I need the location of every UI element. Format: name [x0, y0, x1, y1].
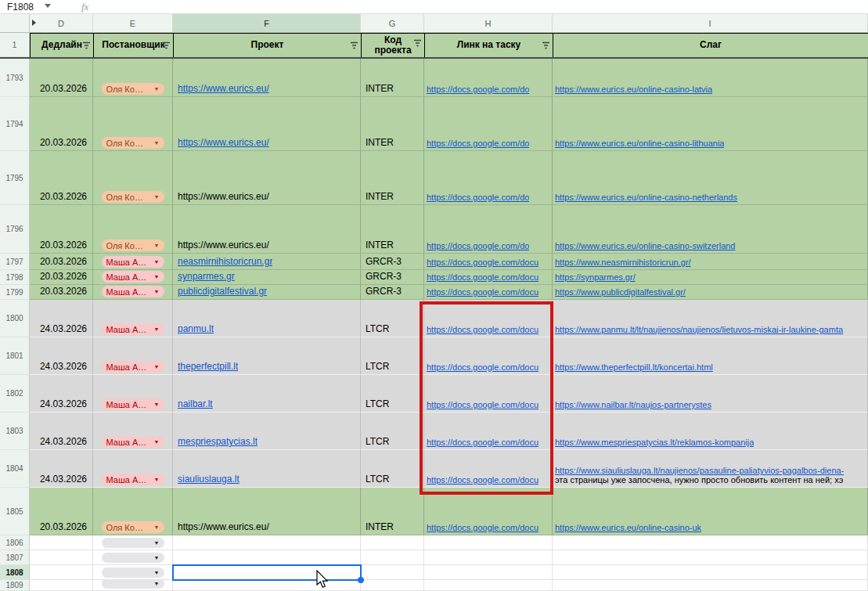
cell-deadline[interactable]: 20.03.2026: [30, 270, 93, 285]
cell-code[interactable]: GRCR-3: [361, 285, 424, 300]
cell-task-text[interactable]: https://docs.google.com/docu: [427, 325, 538, 334]
cell-assignee[interactable]: ▼: [93, 565, 173, 580]
cell-assignee[interactable]: ▼: [93, 580, 173, 591]
cell-assignee[interactable]: Оля Ко… ▼: [93, 97, 173, 151]
cell-project[interactable]: https://www.eurics.eu/: [173, 151, 361, 205]
cell-code[interactable]: LTCR: [361, 300, 424, 337]
cell-task[interactable]: https://docs.google.com/docu: [424, 413, 553, 450]
column-header-f[interactable]: F: [173, 14, 361, 32]
cell-project-text[interactable]: publicdigitalfestival.gr: [178, 286, 267, 297]
fx-icon[interactable]: fx: [81, 1, 88, 13]
cell-task-text[interactable]: https://docs.google.com/do: [427, 85, 529, 94]
cell-slug[interactable]: https://www.panmu.lt/lt/naujienos/naujie…: [553, 300, 868, 337]
cell-project[interactable]: publicdigitalfestival.gr: [173, 285, 361, 300]
corner-cell[interactable]: [0, 14, 30, 32]
cell-project[interactable]: [173, 535, 361, 550]
cell-code[interactable]: [361, 550, 424, 565]
header-cell-deadline[interactable]: Дедлайн: [31, 34, 94, 57]
cell-deadline[interactable]: 24.03.2026: [30, 450, 93, 488]
cell-project-text[interactable]: siauliuslauga.lt: [178, 474, 240, 485]
cell-project[interactable]: nailbar.lt: [173, 375, 361, 413]
assignee-chip[interactable]: ▼: [102, 553, 164, 563]
cell-project-text[interactable]: https://www.eurics.eu/: [178, 191, 269, 202]
cell-slug[interactable]: https://www.eurics.eu/online-casino-neth…: [553, 151, 868, 205]
filter-icon[interactable]: [350, 41, 358, 49]
cell-slug[interactable]: https://www.eurics.eu/online-casino-swit…: [553, 205, 868, 254]
cell-project[interactable]: theperfectpill.lt: [173, 337, 361, 375]
cell-deadline[interactable]: [30, 580, 93, 591]
cell-task[interactable]: [424, 580, 553, 591]
cell-task[interactable]: https://docs.google.com/docu: [424, 450, 553, 488]
row-number[interactable]: 1: [0, 33, 30, 57]
slug-line[interactable]: https://www.neasmirnihistoricrun.gr/: [555, 258, 691, 267]
fill-handle[interactable]: [358, 577, 364, 583]
cell-project[interactable]: neasmirnihistoricrun.gr: [173, 254, 361, 270]
cell-slug[interactable]: https://www.publicdigitalfestival.gr/: [553, 285, 868, 300]
hidden-columns-expand-icon[interactable]: [32, 20, 36, 26]
cell-task[interactable]: https://docs.google.com/docu: [424, 375, 553, 413]
cell-deadline[interactable]: 20.03.2026: [30, 59, 93, 97]
cell-task[interactable]: https://docs.google.com/docu: [424, 300, 553, 337]
assignee-chip[interactable]: Маша А… ▼: [102, 398, 164, 410]
cell-task[interactable]: https://docs.google.com/docu: [424, 285, 553, 300]
cell-task-text[interactable]: https://docs.google.com/docu: [427, 258, 538, 267]
cell-assignee[interactable]: Маша А… ▼: [93, 337, 173, 375]
assignee-chip[interactable]: ▼: [102, 568, 164, 578]
row-number[interactable]: 1809: [0, 580, 30, 591]
row-number[interactable]: 1801: [0, 337, 30, 375]
assignee-chip[interactable]: Маша А… ▼: [102, 256, 164, 268]
column-header-g[interactable]: G: [361, 14, 424, 32]
column-header-h[interactable]: H: [424, 14, 553, 32]
cell-deadline[interactable]: 20.03.2026: [30, 254, 93, 270]
cell-assignee[interactable]: Маша А… ▼: [93, 254, 173, 270]
cell-deadline[interactable]: [30, 565, 93, 580]
cell-slug[interactable]: https://www.eurics.eu/online-casino-latv…: [553, 59, 868, 97]
filter-icon[interactable]: [82, 41, 91, 49]
cell-project-text[interactable]: https://www.eurics.eu/: [178, 240, 269, 250]
cell-task[interactable]: https://docs.google.com/docu: [424, 488, 553, 535]
cell-slug[interactable]: [553, 550, 868, 565]
cell-project-text[interactable]: https://www.eurics.eu/: [178, 83, 269, 94]
cell-code[interactable]: GRCR-3: [361, 270, 424, 285]
cell-deadline[interactable]: [30, 535, 93, 550]
cell-slug[interactable]: https://www.eurics.eu/online-casino-lith…: [553, 97, 868, 151]
cell-assignee[interactable]: Маша А… ▼: [93, 285, 173, 300]
filter-icon[interactable]: [413, 39, 422, 47]
assignee-chip[interactable]: Оля Ко… ▼: [102, 240, 164, 251]
cell-project[interactable]: panmu.lt: [173, 300, 361, 337]
cell-task[interactable]: [424, 535, 553, 550]
cell-assignee[interactable]: Оля Ко… ▼: [93, 488, 173, 535]
assignee-chip[interactable]: Маша А… ▼: [102, 271, 164, 283]
cell-deadline[interactable]: [30, 550, 93, 565]
row-number[interactable]: 1805: [0, 488, 30, 535]
header-cell-code[interactable]: Код проекта: [362, 34, 425, 57]
cell-task-text[interactable]: https://docs.google.com/docu: [427, 475, 538, 485]
cell-project-text[interactable]: theperfectpill.lt: [178, 361, 238, 372]
cell-deadline[interactable]: 24.03.2026: [30, 337, 93, 375]
row-number[interactable]: 1804: [0, 450, 30, 488]
cell-code[interactable]: INTER: [361, 97, 424, 151]
cell-assignee[interactable]: Оля Ко… ▼: [93, 59, 173, 97]
slug-line[interactable]: https://www.eurics.eu/online-casino-neth…: [555, 193, 737, 202]
cell-slug[interactable]: [553, 535, 868, 550]
cell-code[interactable]: LTCR: [361, 450, 424, 488]
cell-assignee[interactable]: Маша А… ▼: [93, 300, 173, 337]
assignee-chip[interactable]: ▼: [102, 538, 164, 548]
name-box[interactable]: F1808: [7, 2, 34, 13]
row-number[interactable]: 1802: [0, 375, 30, 413]
row-number[interactable]: 1808: [0, 565, 30, 580]
column-header-d[interactable]: D: [30, 14, 93, 32]
cell-assignee[interactable]: ▼: [93, 535, 173, 550]
cell-code[interactable]: LTCR: [361, 413, 424, 450]
filter-icon[interactable]: [542, 41, 550, 49]
slug-line[interactable]: https://www.eurics.eu/online-casino-swit…: [555, 241, 736, 250]
cell-project-text[interactable]: synparmes.gr: [178, 271, 235, 282]
cell-task-text[interactable]: https://docs.google.com/docu: [427, 287, 538, 297]
cell-project[interactable]: https://www.eurics.eu/: [173, 59, 361, 97]
assignee-chip[interactable]: ▼: [102, 580, 164, 589]
cell-deadline[interactable]: 24.03.2026: [30, 300, 93, 337]
column-header-i[interactable]: I: [553, 14, 868, 32]
slug-line[interactable]: https://www.eurics.eu/online-casino-uk: [555, 523, 701, 532]
slug-line[interactable]: https://www.mespriespatycias.lt/reklamos…: [555, 438, 754, 447]
cell-deadline[interactable]: 20.03.2026: [30, 151, 93, 205]
